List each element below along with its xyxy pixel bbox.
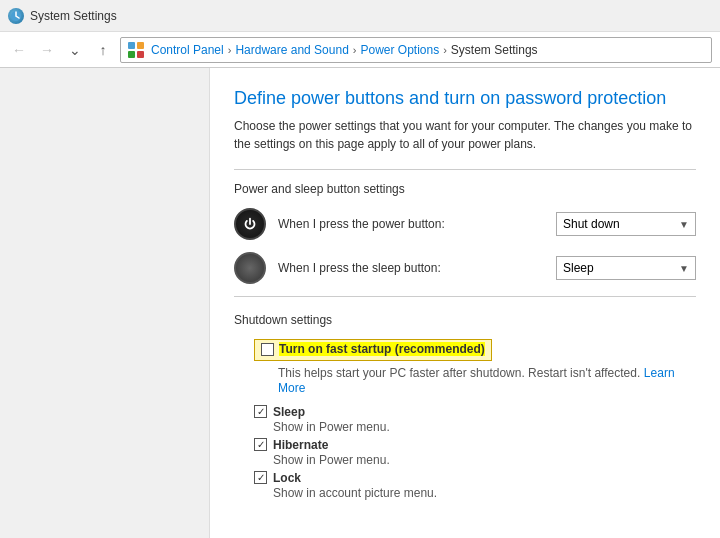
window-title: System Settings (30, 9, 117, 23)
hibernate-checkbox-group: Hibernate Show in Power menu. (273, 438, 390, 467)
lock-checkbox-label: Lock (273, 471, 437, 485)
power-button-section-label: Power and sleep button settings (234, 182, 696, 196)
up-button[interactable]: ↑ (92, 39, 114, 61)
hibernate-checkbox[interactable]: ✓ (254, 438, 267, 451)
lock-checkbox[interactable]: ✓ (254, 471, 267, 484)
power-button-value: Shut down (563, 217, 620, 231)
breadcrumb-system-settings: System Settings (451, 43, 538, 57)
fast-startup-label: Turn on fast startup (recommended) (279, 342, 485, 356)
app-icon (8, 8, 24, 24)
svg-rect-2 (137, 42, 144, 49)
sleep-button-dropdown[interactable]: Sleep ▼ (556, 256, 696, 280)
breadcrumb-hardware-sound[interactable]: Hardware and Sound (235, 43, 348, 57)
fast-startup-checkbox[interactable] (261, 343, 274, 356)
divider-2 (234, 296, 696, 297)
breadcrumb-power-options[interactable]: Power Options (360, 43, 439, 57)
sleep-button-value: Sleep (563, 261, 594, 275)
address-bar: ← → ⌄ ↑ Control Panel › Hardware and Sou… (0, 32, 720, 68)
content-area: Define power buttons and turn on passwor… (210, 68, 720, 538)
power-button-row: When I press the power button: Shut down… (234, 208, 696, 240)
sleep-button-row: When I press the sleep button: Sleep ▼ (234, 252, 696, 284)
lock-checkbox-sublabel: Show in account picture menu. (273, 486, 437, 500)
back-button[interactable]: ← (8, 39, 30, 61)
breadcrumb-control-panel[interactable]: Control Panel (151, 43, 224, 57)
page-title: Define power buttons and turn on passwor… (234, 88, 696, 109)
power-dropdown-arrow: ▼ (679, 219, 689, 230)
sleep-checkbox[interactable]: ✓ (254, 405, 267, 418)
divider-1 (234, 169, 696, 170)
svg-rect-3 (128, 51, 135, 58)
svg-rect-1 (128, 42, 135, 49)
lock-checkbox-row: ✓ Lock Show in account picture menu. (254, 471, 696, 500)
sleep-checkbox-label: Sleep (273, 405, 390, 419)
page-description: Choose the power settings that you want … (234, 117, 696, 153)
hibernate-checkbox-label: Hibernate (273, 438, 390, 452)
left-panel (0, 68, 210, 538)
hibernate-checkbox-row: ✓ Hibernate Show in Power menu. (254, 438, 696, 467)
control-panel-icon (127, 41, 145, 59)
power-button-label: When I press the power button: (278, 217, 544, 231)
sleep-button-icon (234, 252, 266, 284)
hibernate-checkbox-sublabel: Show in Power menu. (273, 453, 390, 467)
sleep-dropdown-arrow: ▼ (679, 263, 689, 274)
sleep-checkbox-row: ✓ Sleep Show in Power menu. (254, 405, 696, 434)
power-button-icon (234, 208, 266, 240)
forward-button[interactable]: → (36, 39, 58, 61)
sleep-checkbox-sublabel: Show in Power menu. (273, 420, 390, 434)
fast-startup-row: Turn on fast startup (recommended) (254, 339, 696, 361)
sleep-checkbox-group: Sleep Show in Power menu. (273, 405, 390, 434)
fast-startup-sublabel-row: This helps start your PC faster after sh… (278, 365, 696, 395)
recent-button[interactable]: ⌄ (64, 39, 86, 61)
breadcrumb: Control Panel › Hardware and Sound › Pow… (120, 37, 712, 63)
svg-rect-4 (137, 51, 144, 58)
fast-startup-sublabel: This helps start your PC faster after sh… (278, 366, 640, 380)
power-button-dropdown[interactable]: Shut down ▼ (556, 212, 696, 236)
sleep-button-label: When I press the sleep button: (278, 261, 544, 275)
title-bar: System Settings (0, 0, 720, 32)
lock-checkbox-group: Lock Show in account picture menu. (273, 471, 437, 500)
shutdown-section-label: Shutdown settings (234, 313, 696, 327)
main-layout: Define power buttons and turn on passwor… (0, 68, 720, 538)
